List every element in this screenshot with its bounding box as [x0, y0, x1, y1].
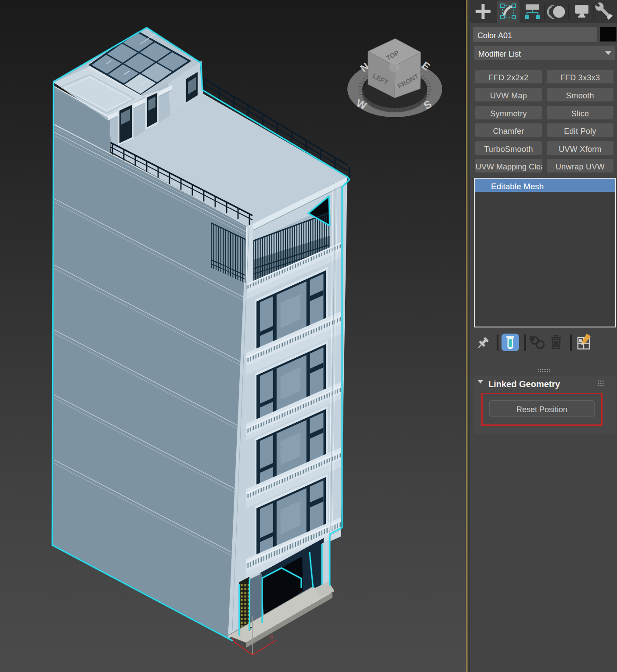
svg-text:X: X	[270, 633, 274, 640]
